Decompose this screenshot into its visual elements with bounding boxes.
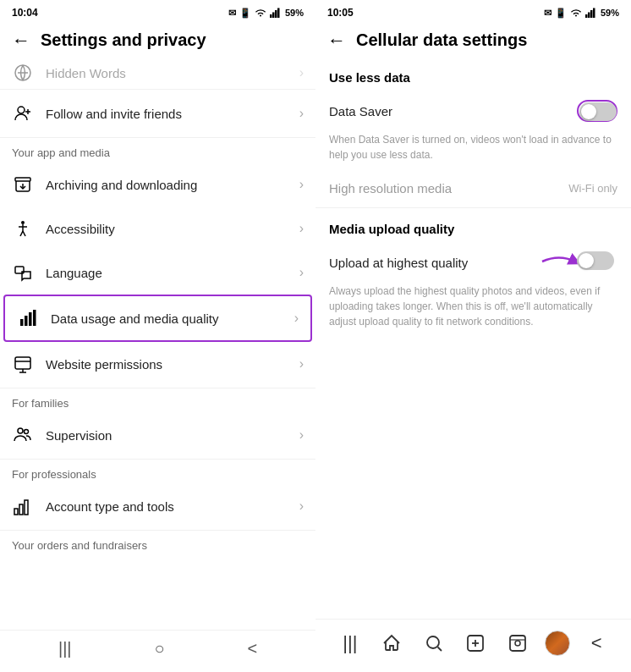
section-app-media: Your app and media [0, 140, 316, 162]
upload-quality-thumb [579, 253, 594, 268]
signal-icon-r [585, 8, 597, 18]
nav-home-left[interactable]: ○ [154, 639, 164, 658]
status-icons-left: ✉ 📱 59% [228, 8, 304, 19]
status-bar-right: 10:05 ✉ 📱 59% [316, 0, 631, 24]
follow-label: Follow and invite friends [46, 107, 288, 121]
right-panel: 10:05 ✉ 📱 59% ← Cellular data settings U… [316, 0, 631, 672]
supervision-label: Supervision [46, 428, 288, 443]
left-panel: 10:04 ✉ 📱 59% ← Settings and privacy Hid… [0, 0, 316, 672]
follow-invite-item[interactable]: Follow and invite friends › [0, 91, 316, 135]
chevron-follow: › [299, 106, 304, 121]
hidden-words-item[interactable]: Hidden Words › [0, 58, 316, 87]
high-res-row: High resolution media Wi-Fi only [316, 171, 631, 206]
nav-home-right[interactable] [376, 628, 407, 658]
accessibility-item[interactable]: Accessibility › [0, 207, 316, 251]
svg-point-25 [18, 428, 23, 433]
data-saver-thumb [581, 104, 596, 119]
svg-rect-31 [588, 13, 590, 19]
supervision-icon [12, 424, 34, 446]
right-page-header: ← Cellular data settings [316, 24, 631, 58]
svg-point-11 [21, 221, 25, 224]
nav-back-left[interactable]: < [247, 639, 257, 658]
svg-rect-3 [277, 8, 280, 19]
data-saver-toggle[interactable] [579, 102, 617, 121]
message-icon: ✉ [228, 8, 236, 19]
divider-right-1 [316, 207, 631, 208]
section-families: For families [0, 390, 316, 413]
nav-reels-right[interactable] [502, 628, 533, 658]
data-saver-row: Data Saver [316, 90, 631, 132]
section-professionals: For professionals [0, 461, 316, 484]
svg-rect-32 [590, 10, 593, 18]
account-tools-label: Account type and tools [46, 499, 288, 514]
chevron-hidden: › [299, 65, 304, 80]
high-res-value: Wi-Fi only [568, 182, 617, 195]
svg-rect-39 [510, 636, 525, 651]
svg-line-14 [20, 231, 23, 236]
website-item[interactable]: Website permissions › [0, 342, 316, 386]
language-label: Language [46, 266, 288, 280]
nav-recent-right[interactable]: ||| [335, 628, 365, 658]
svg-point-6 [18, 107, 25, 113]
archiving-item[interactable]: Archiving and downloading › [0, 162, 316, 207]
language-icon [12, 262, 34, 284]
chevron-archiving: › [299, 177, 304, 192]
nav-bar-left: ||| ○ < [0, 630, 316, 672]
section-orders: Your orders and fundraisers [0, 532, 316, 555]
battery-right: 59% [601, 8, 619, 18]
account-tools-item[interactable]: Account type and tools › [0, 484, 316, 528]
section-upload-quality: Media upload quality [316, 210, 631, 241]
chevron-supervision: › [299, 427, 304, 443]
upload-quality-toggle[interactable] [577, 251, 614, 270]
data-usage-icon [17, 307, 39, 329]
avatar-right[interactable] [545, 631, 570, 656]
nav-add-right[interactable] [460, 628, 491, 658]
follow-icon [12, 102, 34, 124]
data-saver-description: When Data Saver is turned on, videos won… [316, 132, 631, 171]
nav-back-right[interactable]: < [581, 628, 612, 658]
svg-rect-33 [593, 8, 595, 19]
svg-point-34 [427, 636, 439, 648]
battery-left: 59% [285, 8, 304, 18]
nav-search-right[interactable] [419, 628, 449, 658]
archiving-label: Archiving and downloading [46, 178, 288, 192]
wifi-icon-r [570, 8, 582, 18]
data-usage-label: Data usage and media quality [51, 311, 283, 326]
left-page-header: ← Settings and privacy [0, 24, 316, 58]
website-icon [12, 353, 34, 375]
chevron-website: › [299, 356, 304, 372]
upload-quality-label: Upload at highest quality [329, 256, 468, 270]
svg-line-15 [23, 231, 25, 236]
svg-rect-20 [33, 310, 36, 326]
upload-quality-toggle-container[interactable] [577, 251, 617, 273]
supervision-item[interactable]: Supervision › [0, 413, 316, 457]
upload-quality-description: Always upload the highest quality photos… [316, 284, 631, 338]
signal-icon [270, 8, 282, 18]
data-usage-item[interactable]: Data usage and media quality › [3, 295, 312, 342]
section-use-less-data: Use less data [316, 58, 631, 90]
divider-2 [0, 137, 316, 138]
svg-rect-29 [25, 500, 28, 515]
divider-5 [0, 530, 316, 531]
status-icons-right: ✉ 📱 59% [544, 8, 619, 19]
high-res-label: High resolution media [329, 181, 452, 196]
time-right: 10:05 [327, 7, 354, 19]
divider-3 [0, 388, 316, 388]
nav-recent-left[interactable]: ||| [58, 639, 72, 658]
language-item[interactable]: Language › [0, 251, 316, 295]
chevron-accessibility: › [299, 221, 304, 236]
back-button-right[interactable]: ← [327, 31, 346, 50]
back-button-left[interactable]: ← [12, 31, 30, 50]
archiving-icon [12, 174, 34, 196]
message-icon-r: ✉ [544, 8, 551, 19]
svg-rect-21 [15, 357, 30, 369]
whatsapp-icon-r: 📱 [555, 8, 567, 19]
svg-line-35 [437, 647, 442, 652]
chevron-account-tools: › [299, 498, 304, 514]
hidden-words-icon [12, 62, 34, 84]
status-bar-left: 10:04 ✉ 📱 59% [0, 0, 316, 24]
data-saver-toggle-container[interactable] [577, 100, 617, 122]
svg-rect-2 [275, 10, 277, 18]
svg-point-26 [25, 430, 29, 434]
accessibility-label: Accessibility [46, 222, 288, 236]
